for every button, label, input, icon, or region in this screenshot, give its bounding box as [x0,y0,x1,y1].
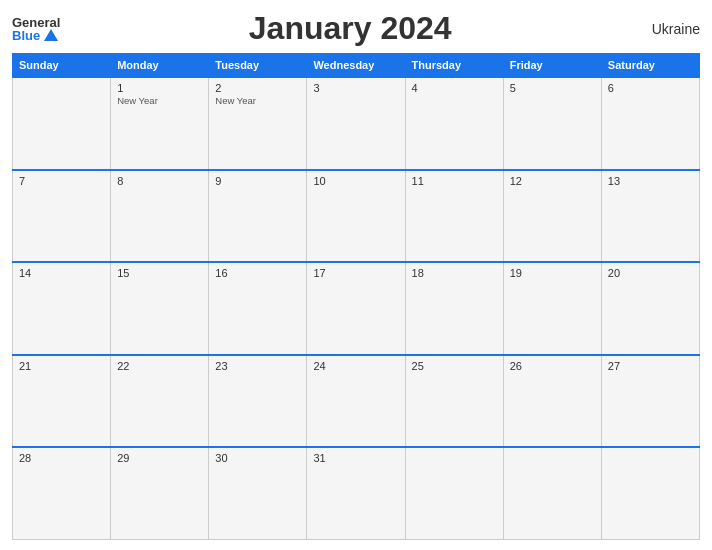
calendar-cell: 3 [307,77,405,170]
logo-blue-text: Blue [12,29,60,42]
calendar-cell: 12 [503,170,601,263]
calendar-cell: 18 [405,262,503,355]
calendar-cell: 25 [405,355,503,448]
calendar-title: January 2024 [60,10,640,47]
calendar-page: General Blue January 2024 Ukraine Sunday… [0,0,712,550]
calendar-cell: 20 [601,262,699,355]
week-row-2: 78910111213 [13,170,700,263]
day-number: 9 [215,175,300,187]
calendar-cell: 19 [503,262,601,355]
weekday-header-saturday: Saturday [601,54,699,78]
calendar-cell: 26 [503,355,601,448]
day-number: 19 [510,267,595,279]
day-number: 1 [117,82,202,94]
calendar-cell: 11 [405,170,503,263]
day-number: 8 [117,175,202,187]
country-label: Ukraine [640,21,700,37]
calendar-cell [601,447,699,540]
calendar-cell: 4 [405,77,503,170]
day-number: 11 [412,175,497,187]
calendar-cell: 21 [13,355,111,448]
day-number: 25 [412,360,497,372]
day-number: 17 [313,267,398,279]
day-number: 20 [608,267,693,279]
calendar-header: General Blue January 2024 Ukraine [12,10,700,47]
day-number: 27 [608,360,693,372]
day-number: 24 [313,360,398,372]
calendar-cell: 9 [209,170,307,263]
day-number: 30 [215,452,300,464]
day-number: 23 [215,360,300,372]
calendar-cell [13,77,111,170]
day-number: 26 [510,360,595,372]
calendar-cell [503,447,601,540]
day-number: 4 [412,82,497,94]
calendar-cell [405,447,503,540]
day-number: 28 [19,452,104,464]
week-row-3: 14151617181920 [13,262,700,355]
day-number: 2 [215,82,300,94]
weekday-header-thursday: Thursday [405,54,503,78]
weekday-header-friday: Friday [503,54,601,78]
calendar-cell: 31 [307,447,405,540]
day-number: 7 [19,175,104,187]
day-number: 3 [313,82,398,94]
calendar-cell: 10 [307,170,405,263]
weekday-header-row: SundayMondayTuesdayWednesdayThursdayFrid… [13,54,700,78]
calendar-cell: 2New Year [209,77,307,170]
calendar-cell: 22 [111,355,209,448]
weekday-header-wednesday: Wednesday [307,54,405,78]
calendar-cell: 6 [601,77,699,170]
day-event-label: New Year [117,95,202,106]
calendar-cell: 5 [503,77,601,170]
day-number: 15 [117,267,202,279]
weekday-header-sunday: Sunday [13,54,111,78]
calendar-cell: 24 [307,355,405,448]
calendar-cell: 28 [13,447,111,540]
calendar-cell: 17 [307,262,405,355]
calendar-cell: 30 [209,447,307,540]
day-number: 14 [19,267,104,279]
day-number: 18 [412,267,497,279]
logo: General Blue [12,16,60,42]
day-number: 6 [608,82,693,94]
day-number: 10 [313,175,398,187]
weekday-header-monday: Monday [111,54,209,78]
day-number: 16 [215,267,300,279]
day-number: 13 [608,175,693,187]
logo-general-text: General [12,16,60,29]
calendar-cell: 27 [601,355,699,448]
weekday-header-tuesday: Tuesday [209,54,307,78]
calendar-cell: 1New Year [111,77,209,170]
day-number: 22 [117,360,202,372]
day-number: 12 [510,175,595,187]
day-number: 31 [313,452,398,464]
calendar-cell: 14 [13,262,111,355]
calendar-cell: 13 [601,170,699,263]
calendar-cell: 7 [13,170,111,263]
week-row-1: 1New Year2New Year3456 [13,77,700,170]
day-number: 21 [19,360,104,372]
week-row-5: 28293031 [13,447,700,540]
calendar-cell: 15 [111,262,209,355]
logo-triangle-icon [44,29,58,41]
calendar-cell: 23 [209,355,307,448]
calendar-cell: 8 [111,170,209,263]
calendar-cell: 29 [111,447,209,540]
calendar-table: SundayMondayTuesdayWednesdayThursdayFrid… [12,53,700,540]
day-number: 5 [510,82,595,94]
week-row-4: 21222324252627 [13,355,700,448]
day-number: 29 [117,452,202,464]
day-event-label: New Year [215,95,300,106]
calendar-cell: 16 [209,262,307,355]
